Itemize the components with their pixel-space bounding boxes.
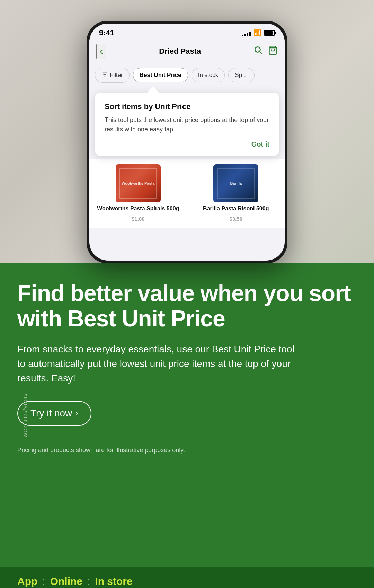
campaign-code: WC210825/VIC46 xyxy=(23,393,28,437)
tooltip-body: This tool puts the lowest unit price opt… xyxy=(105,115,269,134)
in-stock-label: In stock xyxy=(198,72,219,79)
header-icons xyxy=(253,45,278,57)
filter-chip-in-stock[interactable]: In stock xyxy=(192,68,225,82)
tooltip-arrow xyxy=(147,86,159,93)
footer-instore-label: In store xyxy=(95,576,132,587)
product-name-barilla: Barilla Pasta Risoni 500g xyxy=(203,205,269,212)
svg-line-1 xyxy=(260,52,262,54)
filter-chip-specials[interactable]: Sp… xyxy=(228,68,255,82)
product-grid: Woolworths Pasta Woolworths Pasta Spiral… xyxy=(89,159,285,228)
price-strikethrough: $1.00 xyxy=(132,216,145,222)
tooltip-title: Sort items by Unit Price xyxy=(105,102,269,111)
product-card-barilla[interactable]: Barilla Barilla Pasta Risoni 500g $3.50 xyxy=(187,159,285,228)
chevron-icon: › xyxy=(75,409,78,418)
filter-chip-best-unit-price[interactable]: Best Unit Price xyxy=(133,68,188,82)
filter-bar: Filter Best Unit Price In stock Sp… xyxy=(89,64,285,86)
cart-icon[interactable] xyxy=(268,45,278,57)
phone-container: 9:41 📶 ‹ Dried Pasta xyxy=(0,0,374,263)
product-image-barilla: Barilla xyxy=(213,164,258,202)
best-unit-price-label: Best Unit Price xyxy=(140,72,181,79)
tooltip-area: Sort items by Unit Price This tool puts … xyxy=(89,86,285,156)
try-it-label: Try it now xyxy=(30,408,72,419)
product-image-spirals: Woolworths Pasta xyxy=(116,164,161,202)
got-it-button[interactable]: Got it xyxy=(251,140,269,148)
try-it-now-button[interactable]: Try it now › xyxy=(17,401,91,426)
status-time: 9:41 xyxy=(99,28,114,37)
wifi-icon: 📶 xyxy=(253,29,261,37)
footer-sep-2: : xyxy=(87,576,90,587)
marketing-section: WC210825/VIC46 Find better value when yo… xyxy=(0,263,374,567)
filter-chip-filter[interactable]: Filter xyxy=(95,68,130,83)
specials-label: Sp… xyxy=(235,72,248,79)
footer-sep-1: : xyxy=(42,576,45,587)
footer-bar: App : Online : In store xyxy=(0,567,374,588)
page-title: Dried Pasta xyxy=(159,47,201,56)
signal-icon xyxy=(242,30,251,36)
disclaimer-text: Pricing and products shown are for illus… xyxy=(17,447,357,454)
product-price-spirals: $1.00 xyxy=(132,215,145,222)
app-header: ‹ Dried Pasta xyxy=(89,40,285,64)
footer-app-label: App xyxy=(17,576,37,587)
phone-device: 9:41 📶 ‹ Dried Pasta xyxy=(87,21,287,263)
status-bar: 9:41 📶 xyxy=(89,24,285,40)
tooltip-got-it-area: Got it xyxy=(105,140,269,148)
filter-label: Filter xyxy=(110,72,123,79)
product-price-barilla: $3.50 xyxy=(229,215,242,222)
phone-screen: 9:41 📶 ‹ Dried Pasta xyxy=(89,24,285,261)
product-name-spirals: Woolworths Pasta Spirals 500g xyxy=(97,205,179,212)
tooltip-box: Sort items by Unit Price This tool puts … xyxy=(95,93,279,156)
footer-online-label: Online xyxy=(50,576,82,587)
status-icons: 📶 xyxy=(242,29,275,37)
battery-icon xyxy=(264,30,275,36)
price-strikethrough-2: $3.50 xyxy=(229,216,242,222)
filter-icon xyxy=(101,71,108,79)
marketing-headline: Find better value when you sort with Bes… xyxy=(17,281,357,331)
product-card-spirals[interactable]: Woolworths Pasta Woolworths Pasta Spiral… xyxy=(89,159,187,228)
search-icon[interactable] xyxy=(253,45,262,57)
marketing-body: From snacks to everyday essentials, use … xyxy=(17,342,294,386)
back-button[interactable]: ‹ xyxy=(96,44,106,59)
